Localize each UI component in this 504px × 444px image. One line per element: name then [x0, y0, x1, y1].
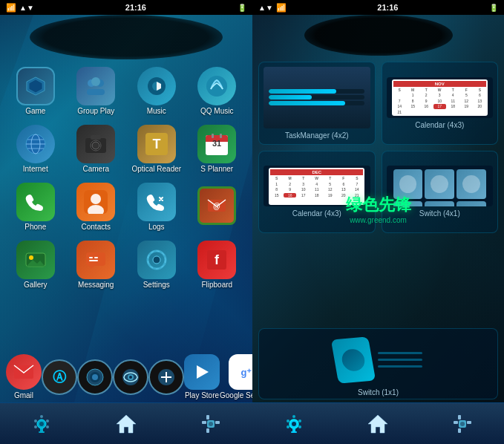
status-bar-right: ▲▼ 📶 21:16 🔋	[252, 0, 504, 15]
app-item-camera[interactable]: Camera	[67, 120, 126, 177]
switch-large-icon	[330, 336, 375, 383]
cal-header: NOV	[393, 81, 486, 87]
app-item-a[interactable]: Ⓐ	[42, 359, 77, 395]
app-item-gmail[interactable]: Gmail	[6, 354, 42, 399]
switch-dot-2	[425, 169, 454, 199]
messaging-label: Messaging	[78, 281, 114, 289]
app-item-email[interactable]: @	[188, 178, 247, 235]
svg-rect-66	[39, 431, 45, 433]
apps-nav-icon-left	[31, 414, 52, 434]
app-item-contacts[interactable]: Contacts	[67, 178, 126, 235]
nav-btn-apps-left[interactable]	[31, 414, 52, 434]
app-item-plus[interactable]	[148, 359, 184, 395]
app-item-circle1[interactable]	[77, 359, 113, 395]
calendar1-preview: NOV S M T W T F S 1 2 3 4 5 6	[387, 77, 494, 118]
nav-btn-apps-right[interactable]	[284, 414, 304, 434]
app-item-flipboard[interactable]: f Flipboard	[188, 237, 247, 293]
app-item-splanner[interactable]: 31 S Planner	[188, 120, 247, 177]
game-icon	[16, 67, 55, 105]
app-item-playstore[interactable]: Play Store	[184, 354, 220, 399]
app-item-game[interactable]: Game	[6, 62, 65, 119]
app-item-logs[interactable]: Logs	[127, 178, 186, 235]
progress-bar-3	[269, 101, 364, 105]
widget-calendar-1[interactable]: NOV S M T W T F S 1 2 3 4 5 6	[382, 62, 499, 145]
game-label: Game	[25, 107, 45, 115]
optical-label: Optical Reader	[131, 165, 181, 173]
app-item-music[interactable]: Music	[127, 62, 186, 119]
circle1-icon	[77, 359, 113, 395]
svg-rect-69	[206, 428, 209, 433]
internet-icon	[16, 125, 55, 163]
widget-calendar-2[interactable]: DEC S M T W T F S 1 2 3 4 5 6 7	[258, 151, 376, 234]
svg-point-4	[91, 77, 100, 86]
switch-dot-1	[393, 169, 423, 199]
settings-label: Settings	[143, 281, 170, 289]
svg-point-51	[129, 376, 132, 379]
progress-bars	[269, 88, 364, 107]
app-item-messaging[interactable]: Messaging	[67, 237, 126, 293]
svg-point-27	[91, 194, 101, 204]
a-icon: Ⓐ	[42, 359, 77, 395]
svg-text:31: 31	[212, 139, 221, 148]
settings-nav-icon-left	[200, 414, 221, 434]
app-item-phone[interactable]: Phone	[6, 178, 65, 235]
signal-icon-right: ▲▼	[258, 4, 273, 12]
app-item-settings[interactable]: Settings	[127, 237, 186, 293]
googlesettings-label: Google Settings	[220, 391, 252, 399]
gmail-label: Gmail	[14, 391, 33, 399]
widget-switch[interactable]: Switch (4x1)	[382, 151, 499, 234]
nav-btn-home-left[interactable]	[115, 414, 137, 434]
contacts-label: Contacts	[82, 223, 111, 231]
progress-bar-1	[269, 89, 364, 94]
app-row5: Gmail Ⓐ	[0, 354, 252, 402]
right-status-icons-left: 🔋	[238, 4, 246, 12]
app-item-eye[interactable]	[113, 359, 148, 395]
logs-label: Logs	[148, 223, 165, 231]
music-icon	[137, 67, 176, 105]
app-item-groupplay[interactable]: Group Play	[67, 62, 126, 119]
svg-point-47	[92, 374, 98, 380]
switch-dot-6	[456, 201, 486, 207]
svg-point-78	[298, 425, 301, 428]
nav-btn-settings-left[interactable]	[200, 414, 221, 434]
app-item-optical[interactable]: T Optical Reader	[127, 120, 186, 177]
playstore-icon	[184, 354, 220, 390]
svg-rect-36	[89, 257, 93, 258]
plus-icon	[148, 359, 184, 395]
googlesettings-icon: g⁺	[229, 354, 252, 390]
widget-switch-large[interactable]: Switch (1x1)	[258, 328, 498, 399]
svg-point-90	[460, 422, 465, 426]
phone-label: Phone	[24, 223, 46, 231]
svg-rect-83	[291, 431, 297, 433]
svg-marker-67	[117, 415, 136, 433]
svg-point-58	[39, 422, 44, 426]
wifi-icon: 📶	[6, 3, 16, 13]
widget-taskmanager[interactable]: TaskManager (4x2)	[258, 62, 376, 145]
eye-icon	[113, 359, 148, 395]
svg-rect-86	[458, 428, 461, 433]
left-panel: Game Group Play	[0, 15, 252, 402]
signal-icon: ▲▼	[19, 4, 34, 12]
taskmanager-preview	[264, 67, 370, 128]
calendar-grid-2: DEC S M T W T F S 1 2 3 4 5 6 7	[269, 168, 364, 205]
calendar2-preview: DEC S M T W T F S 1 2 3 4 5 6 7	[264, 166, 370, 206]
svg-rect-24	[212, 134, 214, 138]
battery-icon-right: 🔋	[489, 4, 498, 12]
switch-diamond	[341, 347, 364, 371]
svg-marker-55	[197, 365, 209, 379]
switch-label: Switch (4x1)	[419, 209, 460, 218]
settings-nav-icon-right	[452, 414, 473, 434]
contacts-icon	[76, 183, 115, 221]
svg-point-76	[292, 415, 295, 418]
svg-rect-25	[220, 134, 222, 138]
wifi-icon-right: 📶	[276, 3, 287, 13]
app-item-gallery[interactable]: Gallery	[6, 237, 65, 293]
nav-btn-settings-right[interactable]	[452, 414, 473, 434]
camera-label: Camera	[82, 165, 109, 173]
app-item-qqmusic[interactable]: QQ Music	[188, 62, 247, 119]
nav-btn-home-right[interactable]	[367, 414, 389, 434]
app-item-internet[interactable]: Internet	[6, 120, 65, 177]
app-item-googlesettings[interactable]: g⁺ Google Settings	[220, 354, 252, 399]
svg-point-64	[34, 419, 37, 422]
svg-point-39	[153, 256, 160, 264]
